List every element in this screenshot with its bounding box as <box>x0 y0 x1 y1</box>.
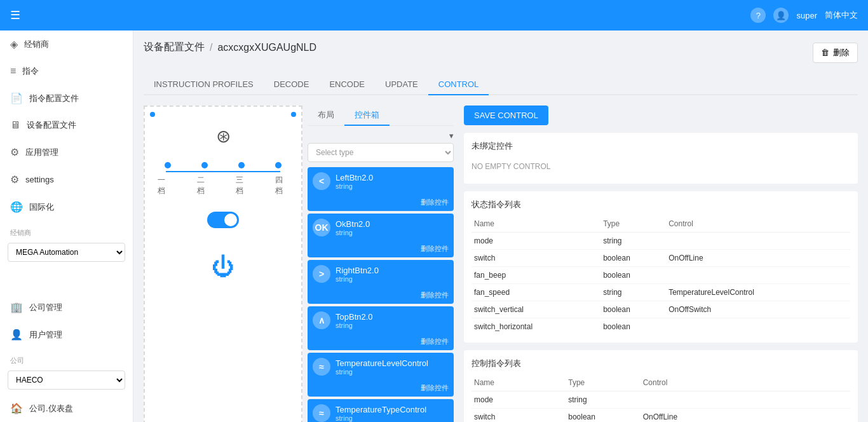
cell-type: string <box>600 284 666 301</box>
widget-info-okbtn: OkBtn2.0 string <box>336 219 449 236</box>
sidebar-item-command[interactable]: ≡ 指令 <box>0 58 133 85</box>
menu-icon[interactable]: ☰ <box>10 8 20 22</box>
power-button[interactable]: ⏻ <box>212 254 234 280</box>
sidebar-item-user-manage[interactable]: 👤 用户管理 <box>0 321 133 348</box>
status-col-name: Name <box>471 215 600 233</box>
cell-type: boolean <box>600 318 666 336</box>
widget-btn-leftbtn[interactable]: < <box>313 172 330 190</box>
speed-dot-1 <box>165 162 171 168</box>
control-content: ⊛ 一档 二档 <box>144 106 858 422</box>
language-selector[interactable]: 简体中文 <box>825 10 858 21</box>
user-avatar: 👤 <box>773 8 789 23</box>
tab-encode[interactable]: ENCODE <box>319 74 375 95</box>
widget-name: TemperatureLevelControl <box>336 358 449 368</box>
command-profile-icon: 📄 <box>10 92 23 104</box>
tab-layout[interactable]: 布局 <box>308 106 344 126</box>
dealer-section-label: 经销商 <box>0 221 133 240</box>
unbound-section: 未绑定控件 NO EMPTY CONTROL <box>464 133 858 184</box>
device-widget-area: ⊛ 一档 二档 <box>158 119 288 287</box>
widget-header: OK OkBtn2.0 string <box>308 214 454 242</box>
speed-dots <box>165 162 281 168</box>
delete-widget-btn-topbtn[interactable]: 删除控件 <box>421 337 449 346</box>
cell-control: TemperatureLevelControl <box>666 284 850 301</box>
i18n-icon: 🌐 <box>10 201 23 213</box>
speed-dot-2 <box>201 162 208 168</box>
delete-widget-btn-okbtn[interactable]: 删除控件 <box>421 244 449 254</box>
tab-controls[interactable]: 控件箱 <box>344 106 390 126</box>
command-icon: ≡ <box>10 65 16 77</box>
sidebar-item-company-manage[interactable]: 🏢 公司管理 <box>0 294 133 321</box>
status-col-control: Control <box>666 215 850 233</box>
table-row: switch boolean OnOffLine <box>471 409 850 423</box>
cell-type: boolean <box>566 409 640 423</box>
cell-type: string <box>566 391 640 409</box>
tab-update[interactable]: UPDATE <box>375 74 428 95</box>
control-table-title: 控制指令列表 <box>471 358 850 369</box>
unbound-title: 未绑定控件 <box>471 140 850 152</box>
sidebar-item-app-manage[interactable]: ⚙ 应用管理 <box>0 139 133 166</box>
sidebar-item-label: 指令 <box>22 65 39 77</box>
control-col-type: Type <box>566 374 640 391</box>
cell-name: fan_speed <box>471 284 600 301</box>
control-col-name: Name <box>471 374 566 391</box>
cell-control <box>666 318 850 336</box>
sidebar-item-label: 设备配置文件 <box>27 119 76 131</box>
fan-icon: ⊛ <box>216 126 231 147</box>
cell-type: string <box>600 233 666 250</box>
speed-dot-4 <box>275 162 281 168</box>
widget-type: string <box>336 229 449 236</box>
widget-item-temptype: ≈ TemperatureTypeControl string 删除控件 <box>308 399 454 422</box>
device-preview: ⊛ 一档 二档 <box>144 106 302 422</box>
breadcrumb-current: acxcxgxXUGAUgNLD <box>217 42 316 53</box>
widget-header: ≈ TemperatureLevelControl string <box>308 353 454 381</box>
username: super <box>796 11 817 20</box>
widget-btn-rightbtn[interactable]: > <box>313 265 330 283</box>
widget-item-rightbtn: > RightBtn2.0 string 删除控件 <box>308 260 454 304</box>
sidebar-item-label: 公司.仪表盘 <box>29 403 73 414</box>
control-col-control: Control <box>641 374 850 391</box>
sidebar-item-i18n[interactable]: 🌐 国际化 <box>0 193 133 221</box>
corner-dot-tl <box>150 112 155 117</box>
widget-info-leftbtn: LeftBtn2.0 string <box>336 173 449 190</box>
sidebar-item-label: 公司管理 <box>29 302 62 313</box>
table-row: switch boolean OnOffLine <box>471 250 850 267</box>
widget-actions: 删除控件 <box>308 242 454 257</box>
widget-btn-temptype[interactable]: ≈ <box>313 404 330 422</box>
delete-button[interactable]: 🗑 删除 <box>813 43 858 63</box>
table-row: mode string <box>471 233 850 250</box>
tab-decode[interactable]: DECODE <box>264 74 320 95</box>
tab-instruction-profiles[interactable]: INSTRUCTION PROFILES <box>144 74 264 95</box>
delete-widget-btn-rightbtn[interactable]: 删除控件 <box>421 290 449 300</box>
widget-name: TopBtn2.0 <box>336 312 449 322</box>
delete-widget-btn-leftbtn[interactable]: 删除控件 <box>421 198 449 207</box>
table-row: fan_beep boolean <box>471 267 850 284</box>
breadcrumb-parent[interactable]: 设备配置文件 <box>144 41 205 54</box>
cell-name: switch <box>471 250 600 267</box>
collapse-icon[interactable]: ▾ <box>449 131 454 140</box>
widget-type: string <box>336 322 449 329</box>
sidebar-item-label: 应用管理 <box>25 147 58 158</box>
widget-btn-okbtn[interactable]: OK <box>313 219 330 236</box>
help-icon[interactable]: ? <box>750 8 766 23</box>
widget-actions: 删除控件 <box>308 381 454 397</box>
type-select[interactable]: Select type <box>308 143 454 162</box>
speed-label-1: 一档 <box>158 175 172 196</box>
sidebar-item-dealer[interactable]: ◈ 经销商 <box>0 31 133 58</box>
delete-widget-btn-templevel[interactable]: 删除控件 <box>421 383 449 393</box>
toggle-switch[interactable] <box>207 212 239 228</box>
save-control-button[interactable]: SAVE CONTROL <box>464 106 548 125</box>
sidebar-item-command-profile[interactable]: 📄 指令配置文件 <box>0 85 133 112</box>
dealer-select[interactable]: MEGA Automation <box>8 243 125 262</box>
widget-btn-templevel[interactable]: ≈ <box>313 358 330 376</box>
sidebar-item-company-dash[interactable]: 🏠 公司.仪表盘 <box>0 395 133 422</box>
table-row: fan_speed string TemperatureLevelControl <box>471 284 850 301</box>
company-select[interactable]: HAECO <box>8 371 125 390</box>
tab-control[interactable]: CONTROL <box>428 74 489 95</box>
sidebar-item-device-profile[interactable]: 🖥 设备配置文件 <box>0 112 133 139</box>
widget-item-topbtn: ∧ TopBtn2.0 string 删除控件 <box>308 306 454 350</box>
cell-control: OnOffLine <box>641 409 850 423</box>
widget-btn-topbtn[interactable]: ∧ <box>313 311 330 329</box>
control-table: Name Type Control mode string switch boo… <box>471 374 850 422</box>
speed-dot-3 <box>238 162 245 168</box>
sidebar-item-settings[interactable]: ⚙ settings <box>0 166 133 193</box>
